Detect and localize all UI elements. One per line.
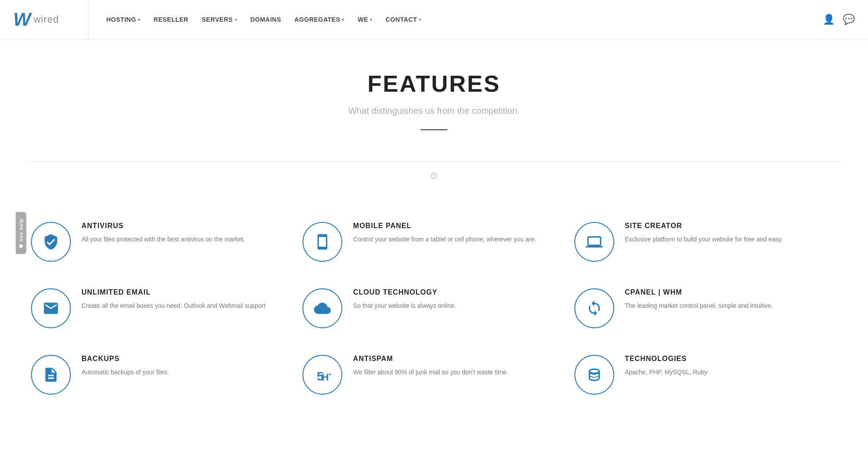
hero-subtitle: What distinguishes us from the competiti…	[9, 106, 859, 116]
antispam-desc: We filter about 90% of junk mail so you …	[353, 367, 508, 377]
nav-domains[interactable]: DOMAINS	[250, 16, 281, 23]
feature-cloud-technology: CLOUD TECHNOLOGY So that your website is…	[298, 275, 570, 342]
nav-hosting[interactable]: HOSTING ▾	[106, 16, 140, 23]
live-help-label: live help	[19, 218, 24, 241]
laptop-icon	[586, 233, 603, 250]
db-icon	[586, 366, 603, 383]
cloud-technology-title: CLOUD TECHNOLOGY	[353, 288, 456, 296]
antivirus-desc: All your files protected with the best a…	[81, 234, 245, 244]
cloud-technology-desc: So that your website is always online.	[353, 301, 456, 311]
feature-antivirus: ANTIVIRUS All your files protected with …	[27, 209, 298, 275]
gear-separator: ⚙	[27, 161, 841, 191]
logo-w-letter: W	[13, 10, 31, 29]
cpanel-title: CPANEL | WHM	[625, 288, 773, 296]
feature-mobile-panel: MOBILE PANEL Control your website from a…	[298, 209, 570, 275]
svg-text:HTML: HTML	[322, 372, 331, 383]
feature-site-creator: SITE CREATOR Exclusive platform to build…	[570, 209, 841, 275]
email-icon-circle	[31, 288, 71, 328]
mobile-icon	[314, 233, 331, 250]
cloud-icon-circle	[302, 288, 342, 328]
chevron-down-icon: ▾	[235, 17, 237, 22]
shield-icon	[43, 233, 59, 250]
hero-divider	[421, 129, 447, 130]
nav-we[interactable]: WE ▾	[358, 16, 372, 23]
mobile-panel-title: MOBILE PANEL	[353, 222, 536, 230]
feature-unlimited-email: UNLIMITED EMAIL Create all the email box…	[27, 275, 298, 342]
technologies-desc: Apache, PHP, MySQSL, Ruby	[625, 367, 708, 377]
cpanel-icon-circle	[574, 288, 614, 328]
site-creator-title: SITE CREATOR	[625, 222, 783, 230]
nav-servers[interactable]: SERVERS ▾	[202, 16, 237, 23]
cpanel-desc: The leading market control panel, simple…	[625, 301, 773, 311]
email-icon	[43, 300, 59, 317]
antispam-title: ANTISPAM	[353, 355, 508, 363]
nav-contact[interactable]: CONTACT ▾	[386, 16, 421, 23]
chevron-down-icon: ▾	[370, 17, 372, 22]
gear-icon: ⚙	[430, 171, 438, 182]
laptop-icon-circle	[574, 222, 614, 262]
live-help-dot	[19, 245, 23, 248]
cloud-icon	[314, 300, 331, 317]
header-icons: 👤 💬	[810, 14, 868, 25]
unlimited-email-desc: Create all the email boxes you need. Out…	[81, 301, 265, 311]
hero-section: FEATURES What distinguishes us from the …	[0, 39, 868, 152]
technologies-title: TECHNOLOGIES	[625, 355, 708, 363]
main-nav: HOSTING ▾ RESELLER SERVERS ▾ DOMAINS AGG…	[89, 16, 810, 23]
chevron-down-icon: ▾	[419, 17, 422, 22]
backup-icon	[43, 366, 59, 383]
site-creator-desc: Exclusive platform to build your website…	[625, 234, 783, 244]
antivirus-title: ANTIVIRUS	[81, 222, 245, 230]
live-help-tab[interactable]: live help	[16, 212, 27, 254]
db-icon-circle	[574, 355, 614, 395]
nav-aggregates[interactable]: AGGREGATES ▾	[294, 16, 345, 23]
cpanel-icon	[586, 300, 603, 317]
header: W wired HOSTING ▾ RESELLER SERVERS ▾ DOM…	[0, 0, 868, 39]
features-grid: ANTIVIRUS All your files protected with …	[0, 191, 868, 435]
page-title: FEATURES	[9, 70, 859, 97]
mobile-icon-circle	[302, 222, 342, 262]
logo-area: W wired	[0, 0, 89, 39]
unlimited-email-title: UNLIMITED EMAIL	[81, 288, 265, 296]
logo-text: wired	[34, 14, 59, 25]
mobile-panel-desc: Control your website from a tablet or ce…	[353, 234, 536, 244]
antispam-icon: 5 HTML	[314, 366, 331, 383]
user-icon[interactable]: 👤	[823, 14, 835, 25]
antispam-icon-circle: 5 HTML	[302, 355, 342, 395]
feature-antispam: 5 HTML ANTISPAM We filter about 90% of j…	[298, 342, 570, 408]
feature-technologies: TECHNOLOGIES Apache, PHP, MySQSL, Ruby	[570, 342, 841, 408]
nav-reseller[interactable]: RESELLER	[154, 16, 189, 23]
backups-title: BACKUPS	[81, 355, 169, 363]
antivirus-icon-circle	[31, 222, 71, 262]
feature-cpanel: CPANEL | WHM The leading market control …	[570, 275, 841, 342]
chat-icon[interactable]: 💬	[843, 14, 855, 25]
chevron-down-icon: ▾	[138, 17, 140, 22]
chevron-down-icon: ▾	[342, 17, 345, 22]
feature-backups: BACKUPS Automatic backups of your files.	[27, 342, 298, 408]
backups-desc: Automatic backups of your files.	[81, 367, 169, 377]
backup-icon-circle	[31, 355, 71, 395]
